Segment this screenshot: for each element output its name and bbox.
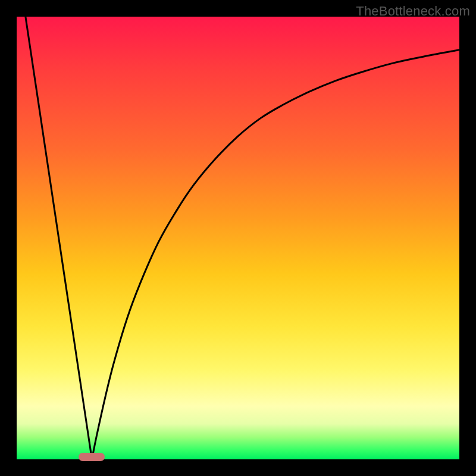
- right-branch-line: [92, 50, 459, 459]
- watermark-text: TheBottleneck.com: [356, 4, 470, 19]
- bottleneck-curve: [17, 17, 459, 459]
- bottleneck-minimum-marker: [79, 453, 105, 461]
- plot-area: [17, 17, 459, 459]
- left-branch-line: [26, 17, 92, 459]
- chart-frame: TheBottleneck.com: [0, 0, 476, 476]
